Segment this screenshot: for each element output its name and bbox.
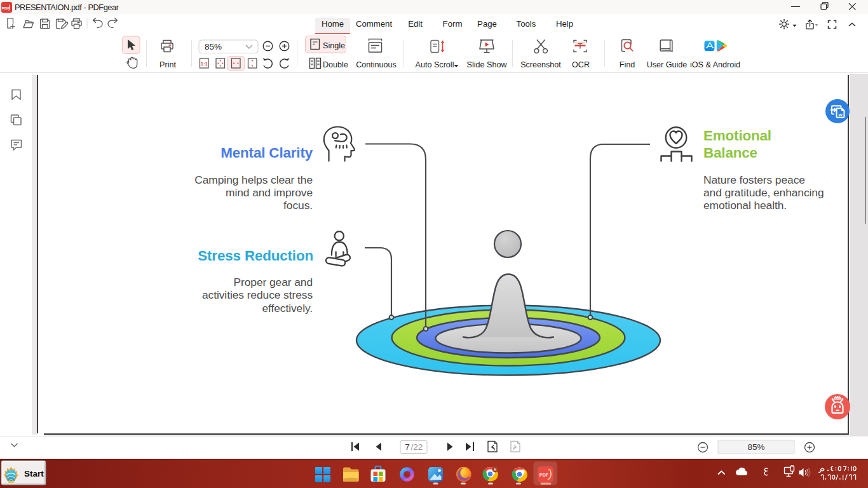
svg-text:PDF: PDF [539, 473, 549, 477]
svg-text:PDF: PDF [2, 6, 10, 10]
svg-text:k: k [494, 467, 497, 471]
svg-text:Start: Start [24, 469, 44, 478]
svg-text:7: 7 [405, 442, 410, 452]
svg-text:1:1: 1:1 [201, 61, 208, 67]
svg-text:85%: 85% [747, 442, 764, 452]
svg-text:85%: 85% [205, 42, 222, 51]
svg-text:w: w [837, 112, 843, 118]
svg-text:/22: /22 [411, 442, 423, 452]
